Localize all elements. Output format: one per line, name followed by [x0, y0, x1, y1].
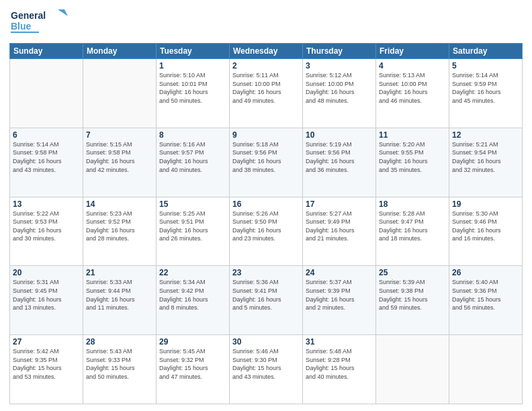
calendar-cell: 12Sunrise: 5:21 AM Sunset: 9:54 PM Dayli…: [449, 128, 523, 197]
calendar-week-5: 27Sunrise: 5:42 AM Sunset: 9:35 PM Dayli…: [10, 335, 523, 404]
day-info: Sunrise: 5:36 AM Sunset: 9:41 PM Dayligh…: [232, 278, 300, 312]
calendar-table: SundayMondayTuesdayWednesdayThursdayFrid…: [9, 43, 523, 404]
day-info: Sunrise: 5:26 AM Sunset: 9:50 PM Dayligh…: [232, 210, 300, 243]
day-info: Sunrise: 5:19 AM Sunset: 9:56 PM Dayligh…: [306, 140, 373, 174]
day-info: Sunrise: 5:43 AM Sunset: 9:33 PM Dayligh…: [86, 347, 153, 381]
day-info: Sunrise: 5:18 AM Sunset: 9:56 PM Dayligh…: [232, 140, 300, 174]
day-number: 31: [306, 337, 373, 347]
calendar-cell: 30Sunrise: 5:46 AM Sunset: 9:30 PM Dayli…: [230, 335, 303, 404]
day-number: 26: [452, 268, 519, 277]
day-info: Sunrise: 5:21 AM Sunset: 9:54 PM Dayligh…: [452, 140, 519, 174]
calendar-cell: 27Sunrise: 5:42 AM Sunset: 9:35 PM Dayli…: [10, 335, 83, 404]
logo-svg: General Blue: [9, 7, 70, 36]
day-info: Sunrise: 5:20 AM Sunset: 9:55 PM Dayligh…: [379, 140, 446, 174]
calendar-cell: 31Sunrise: 5:48 AM Sunset: 9:28 PM Dayli…: [303, 335, 376, 404]
calendar-cell: 28Sunrise: 5:43 AM Sunset: 9:33 PM Dayli…: [83, 335, 157, 404]
calendar-cell: 2Sunrise: 5:11 AM Sunset: 10:00 PM Dayli…: [230, 59, 303, 128]
day-info: Sunrise: 5:10 AM Sunset: 10:01 PM Daylig…: [159, 71, 226, 105]
calendar-header-saturday: Saturday: [449, 44, 523, 59]
calendar-cell: 20Sunrise: 5:31 AM Sunset: 9:45 PM Dayli…: [10, 266, 83, 335]
day-number: 1: [159, 61, 226, 71]
day-number: 7: [86, 130, 153, 140]
day-number: 23: [232, 268, 300, 277]
calendar-cell: 11Sunrise: 5:20 AM Sunset: 9:55 PM Dayli…: [376, 128, 449, 197]
calendar-cell: 1Sunrise: 5:10 AM Sunset: 10:01 PM Dayli…: [157, 59, 230, 128]
day-info: Sunrise: 5:37 AM Sunset: 9:39 PM Dayligh…: [306, 278, 373, 312]
calendar-cell: 25Sunrise: 5:39 AM Sunset: 9:38 PM Dayli…: [376, 266, 449, 335]
calendar-week-2: 6Sunrise: 5:14 AM Sunset: 9:58 PM Daylig…: [10, 128, 523, 197]
calendar-cell: 8Sunrise: 5:16 AM Sunset: 9:57 PM Daylig…: [157, 128, 230, 197]
day-number: 28: [86, 337, 153, 347]
day-number: 27: [13, 337, 80, 347]
day-info: Sunrise: 5:28 AM Sunset: 9:47 PM Dayligh…: [379, 210, 446, 243]
day-number: 29: [159, 337, 226, 347]
day-number: 3: [306, 61, 373, 71]
day-number: 15: [159, 199, 226, 209]
day-number: 19: [452, 199, 519, 209]
day-number: 21: [86, 268, 153, 277]
day-number: 11: [379, 130, 446, 140]
day-number: 5: [452, 61, 519, 71]
calendar-cell: 29Sunrise: 5:45 AM Sunset: 9:32 PM Dayli…: [157, 335, 230, 404]
calendar-cell: [376, 335, 449, 404]
calendar-header-sunday: Sunday: [10, 44, 83, 59]
calendar-cell: [10, 59, 83, 128]
calendar-week-3: 13Sunrise: 5:22 AM Sunset: 9:53 PM Dayli…: [10, 197, 523, 266]
day-info: Sunrise: 5:16 AM Sunset: 9:57 PM Dayligh…: [159, 140, 226, 174]
calendar-cell: 13Sunrise: 5:22 AM Sunset: 9:53 PM Dayli…: [10, 197, 83, 266]
day-info: Sunrise: 5:31 AM Sunset: 9:45 PM Dayligh…: [13, 278, 80, 312]
calendar-cell: 21Sunrise: 5:33 AM Sunset: 9:44 PM Dayli…: [83, 266, 157, 335]
logo: General Blue: [9, 7, 70, 39]
day-number: 8: [159, 130, 226, 140]
day-number: 9: [232, 130, 300, 140]
calendar-cell: 26Sunrise: 5:40 AM Sunset: 9:36 PM Dayli…: [449, 266, 523, 335]
day-number: 12: [452, 130, 519, 140]
calendar-cell: [449, 335, 523, 404]
day-info: Sunrise: 5:13 AM Sunset: 10:00 PM Daylig…: [379, 71, 446, 105]
day-info: Sunrise: 5:25 AM Sunset: 9:51 PM Dayligh…: [159, 210, 226, 243]
calendar-header-friday: Friday: [376, 44, 449, 59]
calendar-cell: 18Sunrise: 5:28 AM Sunset: 9:47 PM Dayli…: [376, 197, 449, 266]
day-info: Sunrise: 5:23 AM Sunset: 9:52 PM Dayligh…: [86, 210, 153, 243]
calendar-header-row: SundayMondayTuesdayWednesdayThursdayFrid…: [10, 44, 523, 59]
calendar-cell: 19Sunrise: 5:30 AM Sunset: 9:46 PM Dayli…: [449, 197, 523, 266]
calendar-cell: 15Sunrise: 5:25 AM Sunset: 9:51 PM Dayli…: [157, 197, 230, 266]
day-number: 25: [379, 268, 446, 277]
calendar-header-thursday: Thursday: [303, 44, 376, 59]
day-info: Sunrise: 5:46 AM Sunset: 9:30 PM Dayligh…: [232, 347, 300, 381]
day-info: Sunrise: 5:12 AM Sunset: 10:00 PM Daylig…: [306, 71, 373, 105]
day-info: Sunrise: 5:11 AM Sunset: 10:00 PM Daylig…: [232, 71, 300, 105]
calendar-cell: 5Sunrise: 5:14 AM Sunset: 9:59 PM Daylig…: [449, 59, 523, 128]
calendar-cell: 3Sunrise: 5:12 AM Sunset: 10:00 PM Dayli…: [303, 59, 376, 128]
calendar-cell: 23Sunrise: 5:36 AM Sunset: 9:41 PM Dayli…: [230, 266, 303, 335]
calendar-cell: 16Sunrise: 5:26 AM Sunset: 9:50 PM Dayli…: [230, 197, 303, 266]
calendar-cell: 9Sunrise: 5:18 AM Sunset: 9:56 PM Daylig…: [230, 128, 303, 197]
header: General Blue: [9, 7, 523, 39]
day-info: Sunrise: 5:40 AM Sunset: 9:36 PM Dayligh…: [452, 278, 519, 312]
day-info: Sunrise: 5:33 AM Sunset: 9:44 PM Dayligh…: [86, 278, 153, 312]
day-info: Sunrise: 5:39 AM Sunset: 9:38 PM Dayligh…: [379, 278, 446, 312]
day-info: Sunrise: 5:30 AM Sunset: 9:46 PM Dayligh…: [452, 210, 519, 243]
svg-text:General: General: [11, 10, 46, 21]
day-info: Sunrise: 5:22 AM Sunset: 9:53 PM Dayligh…: [13, 210, 80, 243]
day-number: 18: [379, 199, 446, 209]
calendar-cell: 22Sunrise: 5:34 AM Sunset: 9:42 PM Dayli…: [157, 266, 230, 335]
day-info: Sunrise: 5:14 AM Sunset: 9:58 PM Dayligh…: [13, 140, 80, 174]
calendar-header-monday: Monday: [83, 44, 157, 59]
calendar-cell: 4Sunrise: 5:13 AM Sunset: 10:00 PM Dayli…: [376, 59, 449, 128]
day-number: 17: [306, 199, 373, 209]
calendar-cell: 7Sunrise: 5:15 AM Sunset: 9:58 PM Daylig…: [83, 128, 157, 197]
day-info: Sunrise: 5:42 AM Sunset: 9:35 PM Dayligh…: [13, 347, 80, 381]
day-number: 20: [13, 268, 80, 277]
calendar-cell: 6Sunrise: 5:14 AM Sunset: 9:58 PM Daylig…: [10, 128, 83, 197]
svg-marker-1: [58, 9, 68, 16]
calendar-cell: 14Sunrise: 5:23 AM Sunset: 9:52 PM Dayli…: [83, 197, 157, 266]
day-info: Sunrise: 5:27 AM Sunset: 9:49 PM Dayligh…: [306, 210, 373, 243]
calendar-cell: 10Sunrise: 5:19 AM Sunset: 9:56 PM Dayli…: [303, 128, 376, 197]
calendar-cell: [83, 59, 157, 128]
day-info: Sunrise: 5:34 AM Sunset: 9:42 PM Dayligh…: [159, 278, 226, 312]
svg-text:Blue: Blue: [11, 21, 32, 32]
day-number: 13: [13, 199, 80, 209]
day-number: 22: [159, 268, 226, 277]
logo-area: General Blue: [9, 7, 70, 39]
